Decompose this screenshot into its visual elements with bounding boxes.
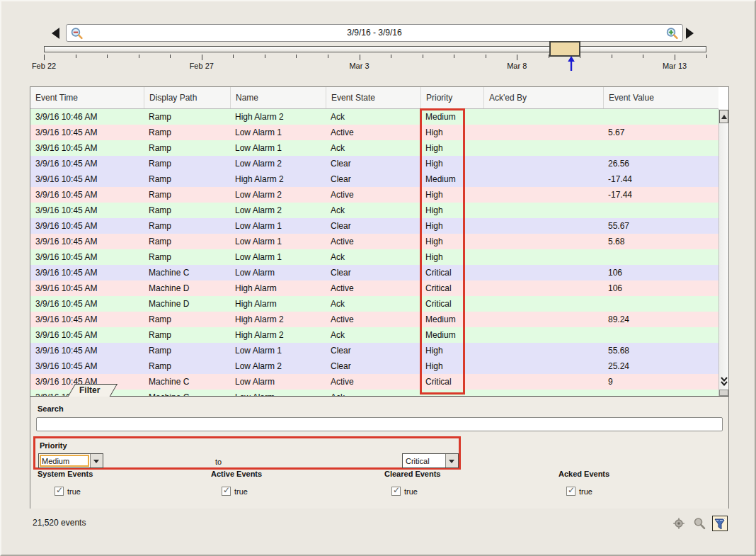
cell-priority: Medium xyxy=(420,112,483,123)
date-range-text: 3/9/16 - 3/9/16 xyxy=(67,28,682,38)
filter-toggle-button[interactable] xyxy=(712,516,728,531)
cell-event-state: Ack xyxy=(326,205,420,217)
table-row[interactable]: 3/9/16 10:45 AMMachine CLow AlarmActiveC… xyxy=(30,374,718,390)
table-row[interactable]: 3/9/16 10:46 AMRampHigh Alarm 2AckMedium xyxy=(30,109,718,125)
table-body: 3/9/16 10:46 AMRampHigh Alarm 2AckMedium… xyxy=(30,109,718,396)
column-header-name[interactable]: Name xyxy=(230,87,326,108)
column-header-event-time[interactable]: Event Time xyxy=(30,87,144,108)
filter-tab[interactable]: Filter xyxy=(75,384,118,397)
column-header-event-value[interactable]: Event Value xyxy=(603,87,718,108)
table-row[interactable]: 3/9/16 10:45 AMMachine DHigh AlarmActive… xyxy=(30,280,718,296)
column-header-display-path[interactable]: Display Path xyxy=(144,87,230,108)
center-selection-button[interactable] xyxy=(671,516,687,531)
timeline-tick-label: Mar 13 xyxy=(653,62,696,70)
cell-event-state: Clear xyxy=(326,159,420,170)
checkbox-active-events[interactable]: ✓true xyxy=(222,487,248,496)
cell-priority: Critical xyxy=(420,377,483,388)
cell-event-state: Clear xyxy=(326,361,420,373)
column-header-ack-ed-by[interactable]: Ack'ed By xyxy=(483,87,603,108)
zoom-in-icon[interactable] xyxy=(665,27,679,40)
table-row[interactable]: 3/9/16 10:45 AMRampHigh Alarm 2AckMedium xyxy=(30,327,718,343)
event-table: Event TimeDisplay PathNameEvent StatePri… xyxy=(30,87,728,396)
cell-name: High Alarm xyxy=(230,283,326,295)
timeline-minor-tick xyxy=(233,55,234,58)
cell-event-value xyxy=(603,112,718,123)
magnifier-icon xyxy=(692,516,706,531)
table-row[interactable]: 3/9/16 10:45 AMRampLow Alarm 2ActiveHigh… xyxy=(30,187,718,203)
table-row[interactable]: 3/9/16 10:45 AMMachine CLow AlarmClearCr… xyxy=(30,265,718,280)
table-header: Event TimeDisplay PathNameEvent StatePri… xyxy=(30,87,718,109)
table-row[interactable]: 3/9/16 10:45 AMRampLow Alarm 1ActiveHigh… xyxy=(30,234,718,249)
table-row[interactable]: 3/9/16 10:45 AMMachine CLow AlarmAck xyxy=(30,390,718,396)
toggle-group-cleared-events: Cleared Events✓true xyxy=(384,470,540,505)
timeline-minor-tick xyxy=(423,55,423,58)
cell-event-time: 3/9/16 10:45 AM xyxy=(30,174,144,186)
priority-to-value: Critical xyxy=(403,455,445,467)
timeline-track[interactable] xyxy=(44,46,706,52)
date-range-field[interactable]: 3/9/16 - 3/9/16 xyxy=(66,24,683,42)
timeline-major-tick xyxy=(675,55,675,60)
column-header-event-state[interactable]: Event State xyxy=(326,87,420,108)
timeline-minor-tick xyxy=(265,55,265,58)
priority-to-dropdown-arrow-icon[interactable] xyxy=(445,454,458,467)
table-row[interactable]: 3/9/16 10:45 AMRampLow Alarm 1AckHigh xyxy=(30,249,718,265)
cell-ack-ed-by xyxy=(483,127,603,139)
cell-priority: Critical xyxy=(420,283,483,295)
cell-event-time: 3/9/16 10:45 AM xyxy=(30,143,144,154)
cell-priority: High xyxy=(420,190,483,201)
table-row[interactable]: 3/9/16 10:45 AMRampLow Alarm 1ActiveHigh… xyxy=(30,125,718,140)
priority-filter-label: Priority xyxy=(40,441,67,450)
checkbox-cleared-events[interactable]: ✓true xyxy=(391,487,418,496)
cell-ack-ed-by xyxy=(483,205,603,217)
cell-event-state: Clear xyxy=(326,174,420,186)
cell-ack-ed-by xyxy=(483,346,603,357)
table-row[interactable]: 3/9/16 10:45 AMRampLow Alarm 2ClearHigh2… xyxy=(30,358,718,374)
cell-ack-ed-by xyxy=(483,159,603,170)
table-row[interactable]: 3/9/16 10:45 AMMachine DHigh AlarmAckCri… xyxy=(30,296,718,312)
cell-ack-ed-by xyxy=(483,112,603,123)
cell-event-state: Active xyxy=(326,377,420,388)
checkbox-icon[interactable]: ✓ xyxy=(391,487,401,496)
cell-priority: High xyxy=(420,361,483,373)
cell-display-path: Ramp xyxy=(144,143,230,154)
timeline-current-marker-icon xyxy=(566,56,576,74)
cell-event-state: Active xyxy=(326,190,420,201)
column-header-priority[interactable]: Priority xyxy=(420,87,483,108)
scroll-to-bottom-icon[interactable] xyxy=(719,376,728,389)
table-row[interactable]: 3/9/16 10:45 AMRampLow Alarm 2ClearHigh2… xyxy=(30,156,718,171)
checkbox-system-events[interactable]: ✓true xyxy=(55,487,81,496)
table-row[interactable]: 3/9/16 10:45 AMRampLow Alarm 1ClearHigh5… xyxy=(30,343,718,358)
priority-from-dropdown-arrow-icon[interactable] xyxy=(90,454,103,467)
table-row[interactable]: 3/9/16 10:45 AMRampLow Alarm 2AckHigh xyxy=(30,203,718,218)
scrollbar-thumb[interactable] xyxy=(719,390,728,396)
table-row[interactable]: 3/9/16 10:45 AMRampHigh Alarm 2ClearMedi… xyxy=(30,171,718,187)
zoom-search-button[interactable] xyxy=(692,516,707,531)
cell-name: Low Alarm 2 xyxy=(230,159,326,170)
date-range-prev-button[interactable] xyxy=(52,28,59,39)
table-row[interactable]: 3/9/16 10:45 AMRampHigh Alarm 2ActiveMed… xyxy=(30,312,718,327)
scroll-up-button[interactable] xyxy=(719,110,728,123)
cell-event-state: Clear xyxy=(326,221,420,232)
vertical-scrollbar[interactable] xyxy=(718,109,728,396)
checkbox-acked-events[interactable]: ✓true xyxy=(566,487,592,496)
filter-panel: Search Priority Medium to Critical Syste… xyxy=(30,396,728,509)
timeline-selection-box[interactable] xyxy=(549,41,580,57)
table-row[interactable]: 3/9/16 10:45 AMRampLow Alarm 1ClearHigh5… xyxy=(30,218,718,234)
date-range-next-button[interactable] xyxy=(686,28,694,39)
cell-event-value: 106 xyxy=(603,268,718,279)
checkmark-icon: ✓ xyxy=(393,485,400,495)
checkbox-icon[interactable]: ✓ xyxy=(222,487,231,496)
priority-to-dropdown[interactable]: Critical xyxy=(402,453,459,468)
cell-event-value: 9 xyxy=(603,377,718,388)
search-input[interactable] xyxy=(36,417,723,431)
checkbox-icon[interactable]: ✓ xyxy=(55,487,64,496)
cell-priority: Medium xyxy=(420,314,483,326)
cell-event-state: Active xyxy=(326,127,420,139)
timeline-minor-tick xyxy=(76,55,76,58)
priority-from-dropdown[interactable]: Medium xyxy=(38,453,103,468)
cell-display-path: Ramp xyxy=(144,127,230,139)
table-row[interactable]: 3/9/16 10:45 AMRampLow Alarm 1AckHigh xyxy=(30,140,718,156)
cell-display-path: Machine D xyxy=(144,283,230,295)
checkbox-icon[interactable]: ✓ xyxy=(566,487,575,496)
cell-event-time: 3/9/16 10:45 AM xyxy=(30,127,144,139)
